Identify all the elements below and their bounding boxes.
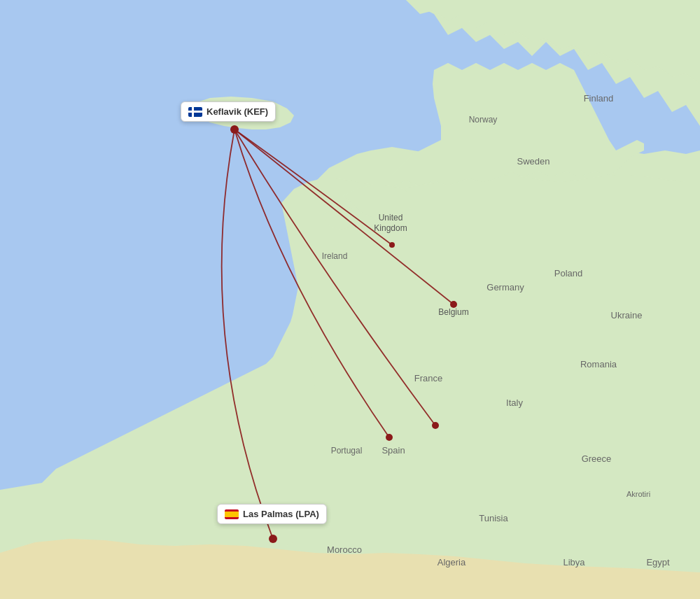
svg-text:United: United (379, 213, 403, 223)
map-container: Finland Sweden Norway United Kingdom Ire… (0, 0, 700, 599)
svg-text:Portugal: Portugal (331, 446, 363, 456)
map-svg: Finland Sweden Norway United Kingdom Ire… (0, 0, 700, 599)
svg-text:Finland: Finland (584, 93, 614, 104)
svg-text:Sweden: Sweden (517, 156, 550, 167)
svg-text:Ireland: Ireland (322, 251, 348, 261)
svg-text:Libya: Libya (563, 557, 585, 568)
svg-text:Norway: Norway (469, 115, 498, 125)
svg-text:Spain: Spain (382, 445, 405, 456)
svg-text:Belgium: Belgium (438, 307, 468, 317)
svg-text:Greece: Greece (582, 453, 612, 464)
svg-text:Italy: Italy (506, 397, 523, 408)
svg-text:Morocco: Morocco (327, 544, 362, 555)
svg-text:Algeria: Algeria (438, 557, 466, 568)
svg-text:Egypt: Egypt (646, 557, 670, 568)
svg-text:Kingdom: Kingdom (374, 223, 407, 233)
svg-text:Tunisia: Tunisia (479, 513, 508, 523)
svg-text:Poland: Poland (554, 268, 582, 279)
svg-text:Ukraine: Ukraine (611, 310, 643, 320)
svg-text:Romania: Romania (580, 359, 617, 369)
svg-point-4 (386, 434, 393, 441)
svg-point-6 (389, 242, 395, 248)
svg-point-5 (432, 422, 439, 429)
svg-text:Akrotiri: Akrotiri (626, 490, 650, 498)
svg-text:Germany: Germany (486, 282, 524, 293)
svg-point-1 (230, 125, 239, 134)
svg-text:France: France (414, 373, 442, 383)
svg-point-2 (269, 535, 277, 543)
